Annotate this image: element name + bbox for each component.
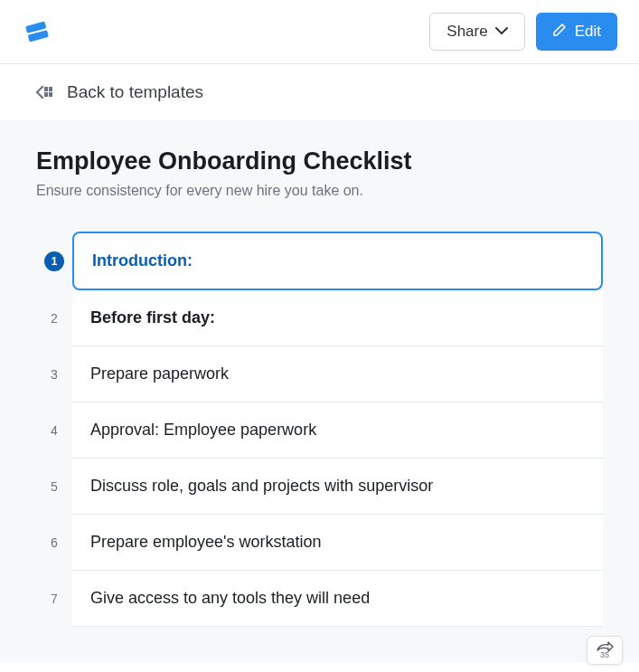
checklist-row: 2Before first day: xyxy=(36,290,603,346)
share-button[interactable]: Share xyxy=(429,13,524,51)
checklist-number: 2 xyxy=(36,290,72,346)
checklist-row: 1Introduction: xyxy=(36,232,603,290)
back-to-templates-link[interactable]: Back to templates xyxy=(0,64,639,120)
checklist-row: 5Discuss role, goals and projects with s… xyxy=(36,459,603,515)
checklist-item[interactable]: Discuss role, goals and projects with su… xyxy=(72,459,603,515)
pencil-icon xyxy=(552,22,568,42)
checklist-item[interactable]: Introduction: xyxy=(72,232,603,290)
svg-rect-4 xyxy=(44,92,48,97)
forward-count: 35 xyxy=(600,650,609,659)
checklist-row: 4Approval: Employee paperwork xyxy=(36,402,603,459)
checklist-number: 1 xyxy=(36,232,72,290)
header-actions: Share Edit xyxy=(429,13,617,51)
checklist-number-badge: 1 xyxy=(44,251,64,271)
svg-rect-2 xyxy=(44,87,48,91)
checklist-item[interactable]: Prepare employee's workstation xyxy=(72,515,603,571)
checklist-number: 4 xyxy=(36,402,72,459)
checklist-row: 3Prepare paperwork xyxy=(36,346,603,402)
edit-button[interactable]: Edit xyxy=(536,13,617,51)
checklist-number: 3 xyxy=(36,346,72,402)
checklist-row: 6Prepare employee's workstation xyxy=(36,515,603,571)
checklist-number: 5 xyxy=(36,459,72,515)
forward-button[interactable]: 35 xyxy=(587,636,623,665)
back-arrow-icon xyxy=(34,84,54,100)
back-label: Back to templates xyxy=(67,82,203,102)
content-area: Employee Onboarding Checklist Ensure con… xyxy=(0,120,639,662)
checklist-number: 6 xyxy=(36,515,72,571)
svg-rect-3 xyxy=(49,87,52,91)
checklist: 1Introduction:2Before first day:3Prepare… xyxy=(36,232,603,627)
page-subtitle: Ensure consistency for every new hire yo… xyxy=(36,183,603,199)
checklist-item[interactable]: Prepare paperwork xyxy=(72,346,603,402)
checklist-item[interactable]: Approval: Employee paperwork xyxy=(72,402,603,459)
checklist-number: 7 xyxy=(36,571,72,627)
checklist-item[interactable]: Before first day: xyxy=(72,290,603,346)
app-logo-icon xyxy=(22,16,52,47)
svg-rect-5 xyxy=(49,92,52,97)
checklist-row: 7Give access to any tools they will need xyxy=(36,571,603,627)
edit-label: Edit xyxy=(575,23,601,41)
share-label: Share xyxy=(446,23,487,41)
page-title: Employee Onboarding Checklist xyxy=(36,147,603,175)
checklist-item[interactable]: Give access to any tools they will need xyxy=(72,571,603,627)
app-header: Share Edit xyxy=(0,0,639,64)
chevron-down-icon xyxy=(495,25,508,38)
